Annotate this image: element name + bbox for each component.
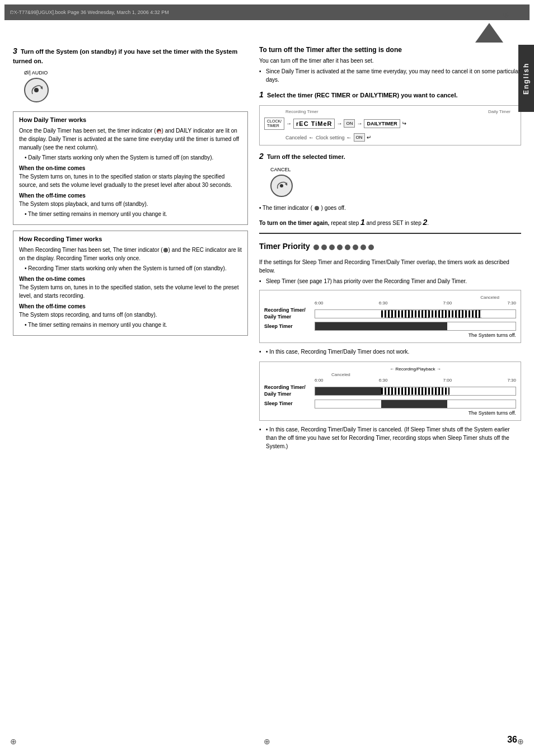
clock-setting-text: Clock setting <box>316 135 345 140</box>
recording-timer-title: How Recording Timer works <box>19 236 242 242</box>
dot-4 <box>337 245 343 250</box>
audio-button-illustration <box>24 78 49 102</box>
chart1-row1: Recording Timer/Daily Timer <box>264 307 516 320</box>
arrow1: → <box>286 120 292 126</box>
dot-5 <box>345 245 350 250</box>
daily-timer-list2: The timer setting remains in memory unti… <box>19 210 242 218</box>
recording-timer-para1: When Recording Timer has been set, The t… <box>19 246 242 262</box>
step2-number: 2 <box>259 152 264 161</box>
rec-timer-box: rEC TiMeR <box>293 119 335 129</box>
chart2-time-scale: 6:00 6:30 7:00 7:30 <box>315 378 516 383</box>
timer-diagram: Recording Timer Daily Timer CLOCK/TIMER … <box>259 105 521 146</box>
main-content: 3 Turn off the System (on standby) if yo… <box>4 40 530 458</box>
turn-off-bullet1: Since Daily Timer is activated at the sa… <box>259 67 521 84</box>
chart2-rec-playback-text: ← Recording/Playback → <box>390 367 441 372</box>
step1-number: 1 <box>259 90 264 99</box>
chart2-canceled-text: Canceled <box>331 372 350 377</box>
audio-button-area: Ø/| AUDIO <box>24 70 248 102</box>
section-divider <box>259 233 521 234</box>
cancel-label: CANCEL <box>270 167 291 172</box>
chart2-row2: Sleep Timer <box>264 400 516 408</box>
corner-crosshair-bl: ⊕ <box>10 737 17 746</box>
canceled-text: Canceled <box>285 135 307 140</box>
chart2-note: • In this case, Recording Timer/Daily Ti… <box>259 425 521 450</box>
step1-ref: 1 <box>360 218 365 227</box>
chart2-row1-bar-dark <box>315 387 381 395</box>
daily-off-time-text: The System stops playback, and turns off… <box>19 200 242 208</box>
header-file-info: DX-T77&99[UGUX].book Page 36 Wednesday, … <box>10 10 169 15</box>
turn-on-again-bold: To turn on the timer again, <box>259 220 329 226</box>
recording-timer-list: Recording Timer starts working only when… <box>19 264 242 273</box>
how-daily-timer-box: How Daily Timer works Once the Daily Tim… <box>13 111 248 225</box>
chart2-row2-track <box>315 400 516 408</box>
time-730: 7:30 <box>507 300 516 306</box>
step1-text: Select the timer (REC TIMER or DAILYTIME… <box>267 92 458 98</box>
arrow5: ← <box>308 134 314 140</box>
chart2-canceled-header: Canceled <box>315 372 516 377</box>
daily-timer-label-sm: Daily Timer <box>488 109 510 114</box>
chart2-row2-label: Sleep Timer <box>264 401 315 407</box>
audio-label: Ø/| AUDIO <box>24 70 48 76</box>
daily-on-time-text: The System turns on, tunes in to the spe… <box>19 172 242 189</box>
corner-crosshair-tr: ⊕ <box>503 10 509 19</box>
corner-crosshair-tl: ⊕ <box>10 10 17 19</box>
chart1-row1-dotted <box>381 310 481 318</box>
dot-2 <box>321 245 327 250</box>
chart1-canceled-header: Canceled <box>264 295 499 300</box>
timer-priority-header: Timer Priority <box>259 242 521 253</box>
daily-timer-box: DAILYTIMER <box>364 119 400 128</box>
daily-timer-title: How Daily Timer works <box>19 116 242 123</box>
page-number: 36 <box>507 735 517 745</box>
chart2-row2-empty <box>315 400 381 408</box>
chart2-row1-empty <box>449 387 516 395</box>
daily-timer-para1: Once the Daily Timer has been set, the t… <box>19 126 242 152</box>
daily-timer-list: Daily Timer starts working only when the… <box>19 153 242 162</box>
diagram-second-row: Canceled ← Clock setting ← ON ↵ <box>285 133 371 142</box>
step2-section: 2 Turn off the selected timer. CANCEL • … <box>259 151 521 212</box>
daily-timer-bullet2: The timer setting remains in memory unti… <box>25 210 242 218</box>
time2-600: 6:00 <box>315 378 324 383</box>
chart1-canceled-text: Canceled <box>480 295 499 300</box>
chart2-row2-bar-dark <box>381 400 447 408</box>
chart2-row1-dotted <box>381 387 449 395</box>
recording-off-time-text: The System stops recording, and turns of… <box>19 311 242 319</box>
recording-on-time-heading: When the on-time comes <box>19 276 242 282</box>
recording-timer-bullet1: Recording Timer starts working only when… <box>25 264 242 273</box>
dot-6 <box>353 245 358 250</box>
chart2-rec-playback-header: ← Recording/Playback → <box>315 367 516 372</box>
step2-heading: 2 Turn off the selected timer. <box>259 151 521 162</box>
step1-section: 1 Select the timer (REC TIMER or DAILYTI… <box>259 90 521 145</box>
recording-timer-list2: The timer setting remains in memory unti… <box>19 321 242 329</box>
how-recording-timer-box: How Recording Timer works When Recording… <box>13 231 248 336</box>
chart1-row1-label: Recording Timer/Daily Timer <box>264 307 315 320</box>
daily-off-time-heading: When the off-time comes <box>19 192 242 199</box>
chart1-row2-bar <box>315 322 447 330</box>
clock-timer-box: CLOCK/TIMER <box>264 118 284 130</box>
arrow2: → <box>336 120 342 126</box>
arrow4-curved: ↵ <box>402 120 406 126</box>
dot-7 <box>360 245 366 250</box>
daily-timer-emphasis: DAILYTIMER <box>360 92 397 98</box>
chart1-row1-empty <box>315 310 381 318</box>
on-box-1: ON <box>344 119 355 128</box>
step3-text: Turn off the System (on standby) if you … <box>13 48 237 64</box>
chart1-row1-track <box>315 309 516 318</box>
step2-text: Turn off the selected timer. <box>267 153 345 160</box>
svg-point-6 <box>315 206 319 210</box>
time2-630: 6:30 <box>379 378 388 383</box>
svg-point-4 <box>163 248 168 252</box>
timer-priority-para1: If the settings for Sleep Timer and Reco… <box>259 258 521 275</box>
turn-off-title: To turn off the Timer after the setting … <box>259 46 521 54</box>
dot-3 <box>329 245 335 250</box>
arrow3: → <box>357 120 362 126</box>
step3-number: 3 <box>13 46 17 55</box>
timer-priority-bullet1: Sleep Timer (see page 17) has priority o… <box>259 277 521 285</box>
arrow6: ← <box>346 134 352 140</box>
recording-timer-label-sm: Recording Timer <box>285 109 318 114</box>
rec-timer-text: rEC TiMeR <box>296 120 332 127</box>
time-600: 6:00 <box>315 300 324 306</box>
recording-timer-bullet2: The timer setting remains in memory unti… <box>25 321 242 329</box>
chart2-row1-label: Recording Timer/Daily Timer <box>264 384 315 397</box>
timeline-chart-2: ← Recording/Playback → Canceled 6:00 6:3… <box>259 361 521 420</box>
dot-8 <box>368 245 374 250</box>
